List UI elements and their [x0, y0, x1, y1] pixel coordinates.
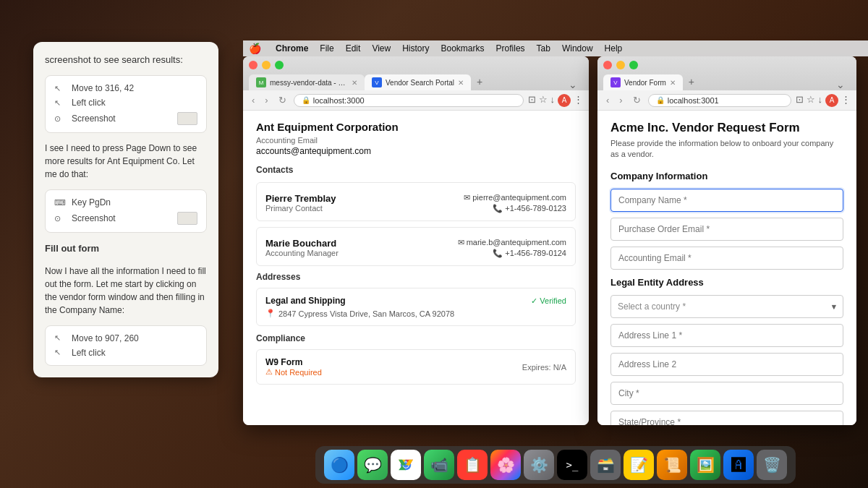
tab-label-2: Vendor Search Portal [386, 79, 454, 87]
contacts-heading: Contacts [256, 165, 576, 175]
dock-icon-db[interactable]: 🗃️ [590, 450, 621, 480]
menubar-chrome[interactable]: Chrome [276, 43, 308, 53]
traffic-lights-2 [603, 61, 851, 69]
dock-icon-reminders[interactable]: 📋 [457, 450, 488, 480]
tabs-bar-2: V Vendor Form ✕ + ⌄ [603, 73, 851, 90]
compliance-header: W9 Form ⚠ Not Required Expires: N/A [265, 357, 566, 377]
state-input[interactable] [610, 411, 843, 425]
reload-button-1[interactable]: ↻ [276, 93, 289, 107]
tab-close-1[interactable]: ✕ [352, 79, 357, 87]
address-type: Legal and Shipping [265, 296, 346, 306]
city-input[interactable] [610, 382, 843, 405]
accounting-email-input[interactable] [610, 247, 843, 270]
contact-email-2: ✉ marie.b@antequipment.com [458, 238, 566, 247]
dock-icon-finder[interactable]: 🔵 [324, 450, 354, 480]
cast-icon[interactable]: ⊡ [528, 94, 536, 107]
vendor-portal-content: Ant Equipment Corporation Accounting Ema… [243, 111, 589, 425]
forward-button-2[interactable]: › [616, 93, 625, 107]
screenshot-icon-2: ⊙ [54, 214, 66, 223]
minimize-button-1[interactable] [262, 61, 271, 69]
new-tab-button-1[interactable]: + [471, 73, 488, 90]
profile-icon[interactable]: A [558, 94, 571, 107]
dock-icon-notes[interactable]: 📝 [624, 450, 654, 480]
dock-icon-preview[interactable]: 🖼️ [690, 450, 720, 480]
dock-icon-facetime[interactable]: 📹 [424, 450, 454, 480]
compliance-left: W9 Form ⚠ Not Required [265, 357, 322, 377]
company-name-input[interactable] [610, 189, 843, 212]
menubar-view[interactable]: View [372, 43, 391, 53]
script-icon: 📜 [663, 456, 681, 474]
narrative-3: Now I have all the information I need to… [45, 265, 207, 317]
finder-icon: 🔵 [331, 456, 349, 474]
country-select[interactable] [610, 295, 843, 318]
contact-role-1: Primary Contact [265, 204, 336, 213]
minimize-button-2[interactable] [616, 61, 625, 69]
dock-icon-photos[interactable]: 🌸 [490, 450, 521, 480]
chrome-icon [396, 455, 415, 474]
menubar-window[interactable]: Window [562, 43, 593, 53]
address-line1-input[interactable] [610, 324, 843, 347]
download-icon-2[interactable]: ↓ [818, 94, 823, 107]
tab-collapse-button-1[interactable]: ⌄ [563, 79, 583, 90]
browser-toolbar-2: ‹ › ↻ 🔒 localhost:3001 ⊡ ☆ ↓ A ⋮ [597, 90, 856, 111]
menubar-history[interactable]: History [402, 43, 429, 53]
menubar-file[interactable]: File [320, 43, 333, 53]
menubar-edit[interactable]: Edit [346, 43, 361, 53]
menubar-tab[interactable]: Tab [537, 43, 550, 53]
more-icon[interactable]: ⋮ [574, 94, 583, 107]
maximize-button-1[interactable] [275, 61, 284, 69]
more-icon-2[interactable]: ⋮ [841, 94, 851, 107]
address-bar-2[interactable]: 🔒 localhost:3001 [648, 94, 791, 107]
form-subtitle: Please provide the information below to … [610, 138, 843, 160]
terminal-icon: >_ [566, 459, 579, 471]
db-icon: 🗃️ [597, 456, 615, 474]
key-icon: ⌨ [54, 198, 66, 207]
tab-messy-vendor[interactable]: M messy-vendor-data - Google... ✕ [249, 74, 365, 90]
vendor-company-name: Ant Equipment Corporation [256, 121, 576, 133]
close-button-1[interactable] [249, 61, 258, 69]
menubar-help[interactable]: Help [605, 43, 623, 53]
reload-button-2[interactable]: ↻ [630, 93, 644, 107]
dock-icon-trash[interactable]: 🗑️ [757, 450, 787, 480]
panel-title: screenshot to see search results: [45, 53, 207, 67]
dock-icon-script[interactable]: 📜 [657, 450, 687, 480]
address-line2-input[interactable] [610, 353, 843, 376]
tab-vendor-portal[interactable]: V Vendor Search Portal ✕ [365, 74, 471, 90]
menubar-profiles[interactable]: Profiles [496, 43, 525, 53]
dock-icon-chrome[interactable] [391, 450, 421, 480]
close-button-2[interactable] [603, 61, 612, 69]
tab-vendor-form[interactable]: V Vendor Form ✕ [603, 74, 683, 90]
new-tab-button-2[interactable]: + [683, 73, 700, 90]
tab-close-3[interactable]: ✕ [670, 79, 676, 87]
address-bar-1[interactable]: 🔒 localhost:3000 [294, 94, 524, 107]
action-move-2: ↖ Move to 907, 260 [54, 333, 197, 343]
forward-button-1[interactable]: › [262, 93, 271, 107]
accounting-email: accounts@antequipment.com [256, 146, 576, 156]
menubar: 🍎 Chrome File Edit View History Bookmark… [243, 40, 868, 56]
dock-icon-appstore[interactable]: 🅰 [723, 450, 754, 480]
traffic-lights-1 [249, 61, 583, 69]
back-button-2[interactable]: ‹ [603, 93, 612, 107]
download-icon[interactable]: ↓ [550, 94, 556, 107]
tab-label-1: messy-vendor-data - Google... [270, 79, 348, 87]
vendor-form-window: V Vendor Form ✕ + ⌄ ‹ › ↻ 🔒 localhost:30… [597, 56, 856, 425]
menubar-bookmarks[interactable]: Bookmarks [441, 43, 485, 53]
star-icon-2[interactable]: ☆ [807, 94, 815, 107]
tab-close-2[interactable]: ✕ [458, 79, 464, 87]
dock-icon-terminal[interactable]: >_ [557, 450, 587, 480]
maximize-button-2[interactable] [629, 61, 638, 69]
star-icon[interactable]: ☆ [539, 94, 548, 107]
check-icon: ✓ [531, 296, 537, 306]
dock-icon-settings[interactable]: ⚙️ [524, 450, 554, 480]
apple-menu[interactable]: 🍎 [249, 43, 261, 54]
legal-address-section-title: Legal Entity Address [610, 277, 843, 288]
purchase-order-email-input[interactable] [610, 218, 843, 241]
address-line1-group [610, 324, 843, 347]
cast-icon-2[interactable]: ⊡ [796, 94, 804, 107]
profile-icon-2[interactable]: A [825, 94, 838, 107]
dock-icon-messages[interactable]: 💬 [357, 450, 388, 480]
tab-collapse-button-2[interactable]: ⌄ [830, 79, 851, 90]
compliance-expires: Expires: N/A [522, 363, 566, 372]
back-button-1[interactable]: ‹ [249, 93, 258, 107]
messages-icon: 💬 [364, 456, 382, 474]
